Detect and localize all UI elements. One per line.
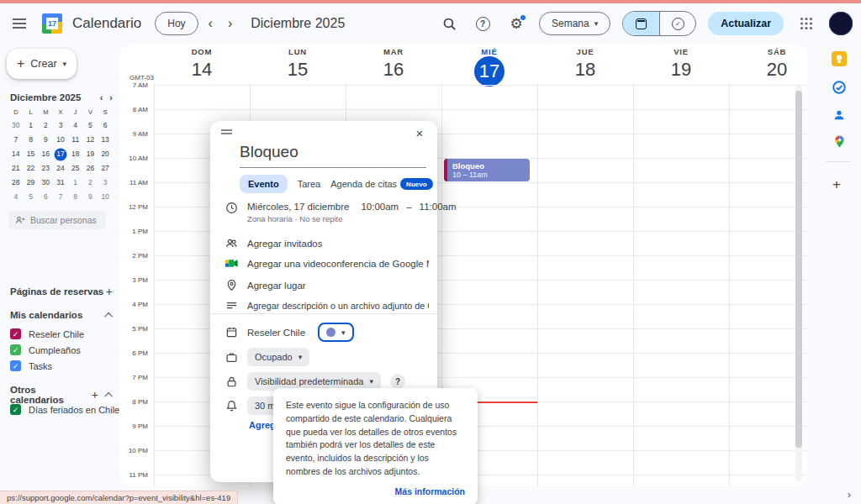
add-other-calendar-button[interactable]: + — [92, 388, 98, 402]
add-booking-page-button[interactable]: + — [106, 285, 113, 298]
create-button[interactable]: + Crear ▾ — [7, 49, 77, 79]
mini-calendar-day[interactable]: 29 — [24, 176, 39, 190]
mini-calendar-day[interactable]: 5 — [24, 190, 39, 204]
event-end-time[interactable]: 11:00am — [420, 202, 457, 212]
mini-calendar-day[interactable]: 4 — [68, 118, 83, 133]
mini-calendar-day[interactable]: 17 — [53, 147, 68, 161]
add-notification-link[interactable]: Agreg — [249, 420, 276, 430]
mini-calendar-day[interactable]: 31 — [53, 176, 68, 190]
google-apps-button[interactable] — [795, 13, 817, 34]
mini-calendar-day[interactable]: 16 — [38, 147, 53, 161]
mini-calendar-day[interactable]: 9 — [83, 190, 98, 204]
event-title-input[interactable]: Bloqueo — [240, 143, 426, 168]
vertical-scrollbar[interactable] — [795, 86, 802, 481]
day-header-lun[interactable]: LUN15 — [250, 47, 346, 83]
mini-calendar-day[interactable]: 14 — [8, 147, 24, 161]
mini-calendar-day[interactable]: 8 — [24, 133, 39, 147]
day-header-jue[interactable]: JUE18 — [537, 47, 633, 83]
checkbox-checked-icon[interactable]: ✓ — [10, 404, 21, 415]
search-button[interactable] — [438, 13, 460, 34]
datetime-row[interactable]: Miércoles, 17 diciembre 10:00am – 11:00a… — [225, 202, 429, 223]
mini-calendar-day[interactable]: 20 — [98, 147, 113, 161]
mini-calendar-day[interactable]: 27 — [98, 161, 113, 176]
today-button[interactable]: Hoy — [155, 12, 198, 35]
add-guests-row[interactable]: Agregar invitados — [225, 237, 429, 249]
tab-agenda-de-citas[interactable]: Agenda de citasNuevo — [330, 178, 432, 190]
tab-evento[interactable]: Evento — [240, 175, 288, 193]
expand-panel-button[interactable]: › — [848, 488, 851, 501]
help-button[interactable]: ? — [472, 13, 494, 34]
mini-calendar-next-button[interactable]: › — [109, 92, 113, 102]
mini-calendar-day[interactable]: 13 — [98, 133, 113, 147]
tab-tarea[interactable]: Tarea — [298, 179, 321, 189]
mini-calendar-day[interactable]: 19 — [83, 147, 98, 161]
account-avatar[interactable] — [829, 12, 853, 35]
mini-calendar-day[interactable]: 10 — [98, 190, 113, 204]
mini-calendar-day[interactable]: 7 — [8, 133, 24, 147]
checkbox-checked-icon[interactable]: ✓ — [10, 344, 21, 355]
day-header-dom[interactable]: DOM14 — [154, 47, 250, 83]
mini-calendar-day[interactable]: 18 — [68, 147, 83, 161]
refresh-button[interactable]: Actualizar — [708, 12, 784, 35]
keep-icon[interactable] — [831, 50, 848, 67]
mini-calendar-day[interactable]: 7 — [53, 190, 68, 204]
checkbox-checked-icon[interactable]: ✓ — [10, 328, 21, 339]
mini-calendar-day[interactable]: 30 — [8, 118, 24, 133]
mini-calendar-day[interactable]: 11 — [68, 133, 83, 147]
mini-calendar-day[interactable]: 6 — [98, 118, 113, 133]
add-description-row[interactable]: Agregar descripción o un archivo adjunto… — [225, 299, 429, 312]
day-header-sáb[interactable]: SÁB20 — [729, 47, 807, 83]
maps-icon[interactable] — [831, 133, 848, 150]
mini-calendar-day[interactable]: 3 — [53, 118, 68, 133]
add-location-row[interactable]: Agregar lugar — [225, 279, 429, 291]
toggle-tasks-view[interactable]: ✓ — [659, 12, 695, 35]
mini-calendar-day[interactable]: 10 — [53, 133, 68, 147]
mini-calendar-day[interactable]: 26 — [83, 161, 98, 176]
my-calendars-header[interactable]: Mis calendarios — [10, 310, 113, 320]
mini-calendar-day[interactable]: 8 — [68, 190, 83, 204]
add-meet-row[interactable]: Agregar una videoconferencia de Google M… — [225, 258, 429, 269]
event-block-bloqueo[interactable]: Bloqueo 10 – 11am — [444, 159, 530, 181]
event-date[interactable]: Miércoles, 17 diciembre — [247, 202, 349, 212]
timezone-recurrence-label[interactable]: Zona horaria · No se repite — [247, 214, 457, 223]
day-header-vie[interactable]: VIE19 — [633, 47, 729, 83]
calendar-list-item[interactable]: ✓Tasks — [10, 358, 116, 374]
drag-handle[interactable] — [221, 129, 232, 134]
calendar-list-item[interactable]: ✓Días feriados en Chile — [10, 402, 116, 417]
next-period-button[interactable]: › — [223, 16, 237, 31]
mini-calendar-day[interactable]: 2 — [83, 176, 98, 190]
mini-calendar-prev-button[interactable]: ‹ — [100, 92, 103, 102]
mini-calendar-day[interactable]: 12 — [83, 133, 98, 147]
mini-calendar-day[interactable]: 21 — [8, 161, 24, 176]
contacts-icon[interactable] — [831, 107, 848, 123]
tasks-icon[interactable] — [831, 79, 848, 96]
mini-calendar-day[interactable]: 28 — [8, 176, 24, 190]
event-color-dropdown[interactable]: ▾ — [318, 323, 354, 342]
collapse-icon[interactable] — [104, 391, 113, 400]
calendar-list-item[interactable]: ✓Reseler Chile — [10, 326, 116, 342]
mini-calendar-day[interactable]: 15 — [24, 147, 39, 161]
mini-calendar-day[interactable]: 25 — [68, 161, 83, 176]
mini-calendar-day[interactable]: 1 — [24, 118, 39, 133]
mini-calendar-day[interactable]: 1 — [68, 176, 83, 190]
busy-status-dropdown[interactable]: Ocupado ▾ — [247, 348, 309, 366]
get-addons-button[interactable]: + — [832, 176, 841, 193]
toggle-calendar-view[interactable] — [623, 12, 659, 35]
scrollbar-thumb[interactable] — [795, 91, 802, 448]
day-header-mié[interactable]: MIÉ17 — [441, 47, 537, 83]
mini-calendar-day[interactable]: 6 — [38, 190, 53, 204]
mini-calendar-day[interactable]: 22 — [24, 161, 39, 176]
settings-button[interactable]: ⚙ — [505, 13, 527, 34]
mini-calendar-day[interactable]: 30 — [38, 176, 53, 190]
mini-calendar-day[interactable]: 2 — [38, 118, 53, 133]
mini-calendar-day[interactable]: 24 — [53, 161, 68, 176]
event-start-time[interactable]: 10:00am — [361, 202, 399, 212]
more-info-link[interactable]: Más información — [286, 486, 465, 496]
calendar-list-item[interactable]: ✓Cumpleaños — [10, 342, 116, 358]
visibility-help-icon[interactable]: ? — [390, 374, 405, 389]
mini-calendar-day[interactable]: 3 — [98, 176, 113, 190]
close-icon[interactable]: × — [410, 124, 429, 143]
view-selector-dropdown[interactable]: Semana▾ — [539, 12, 610, 35]
prev-period-button[interactable]: ‹ — [203, 16, 218, 31]
day-header-mar[interactable]: MAR16 — [346, 47, 441, 83]
